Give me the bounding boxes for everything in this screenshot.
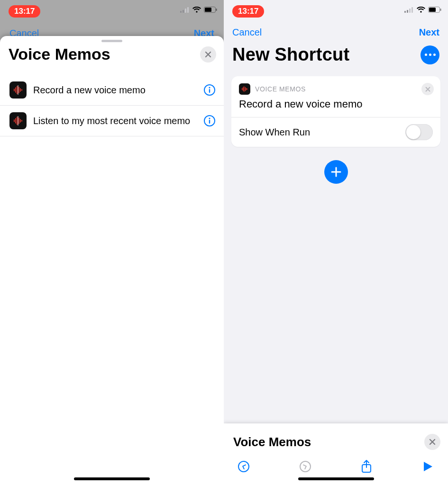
close-icon <box>205 51 211 58</box>
svg-point-25 <box>209 117 210 119</box>
status-icons <box>404 7 441 13</box>
svg-rect-0 <box>180 11 182 13</box>
svg-rect-16 <box>209 89 210 93</box>
page-title: New Shortcut <box>232 45 416 65</box>
list-item-label: Record a new voice memo <box>33 84 196 96</box>
svg-rect-28 <box>407 10 408 13</box>
action-list: Record a new voice memo Listen to my mos… <box>0 75 224 136</box>
info-button[interactable] <box>203 83 216 97</box>
svg-rect-32 <box>429 8 436 12</box>
status-bar: 13:17 <box>224 0 448 23</box>
svg-point-15 <box>209 87 210 88</box>
list-item-label: Listen to my most recent voice memo <box>33 115 196 127</box>
svg-rect-2 <box>185 9 186 13</box>
undo-icon <box>238 460 250 473</box>
occluded-next: Next <box>194 28 214 36</box>
add-action-button[interactable] <box>324 160 348 184</box>
home-indicator[interactable] <box>74 477 150 480</box>
voice-memos-app-icon <box>9 81 27 99</box>
svg-rect-3 <box>187 7 189 13</box>
svg-rect-33 <box>440 9 441 11</box>
cancel-button[interactable]: Cancel <box>232 27 262 38</box>
info-icon <box>203 115 216 127</box>
action-card: VOICE MEMOS Record a new voice memo Show… <box>231 76 440 147</box>
info-icon <box>203 84 216 96</box>
phone-right: 13:17 Cancel Next New Shortcut VOICE MEM… <box>224 0 448 485</box>
close-icon <box>429 439 436 445</box>
toggle-label: Show When Run <box>239 127 405 138</box>
waveform-icon <box>12 84 24 96</box>
cellular-icon <box>404 7 414 13</box>
svg-point-40 <box>238 461 249 472</box>
redo-button[interactable] <box>296 460 315 473</box>
share-button[interactable] <box>357 459 376 474</box>
redo-icon <box>299 460 311 473</box>
occluded-cancel: Cancel <box>9 28 39 36</box>
wifi-icon <box>192 7 201 13</box>
waveform-icon <box>12 115 24 126</box>
wifi-icon <box>417 7 425 13</box>
close-button[interactable] <box>200 46 216 63</box>
waveform-icon <box>241 85 248 93</box>
battery-icon <box>204 7 217 13</box>
remove-action-button[interactable] <box>421 83 434 95</box>
cellular-icon <box>180 7 190 13</box>
bottom-drawer: Voice Memos <box>224 423 448 485</box>
sheet-grabber[interactable] <box>101 40 122 42</box>
voice-memos-app-icon <box>239 83 250 95</box>
occluded-nav: Cancel Next <box>0 23 224 36</box>
plus-icon <box>331 167 341 177</box>
recording-pill[interactable]: 13:17 <box>232 5 264 18</box>
share-icon <box>361 459 372 474</box>
list-item[interactable]: Record a new voice memo <box>0 75 224 106</box>
action-title: Record a new voice memo <box>231 96 440 117</box>
svg-point-41 <box>300 461 311 472</box>
battery-icon <box>428 7 441 13</box>
drawer-close-button[interactable] <box>424 434 440 450</box>
phone-left: 13:17 Cancel Next Voice Memos Record a n… <box>0 0 224 485</box>
info-button[interactable] <box>203 114 216 127</box>
action-picker-sheet: Voice Memos Record a new voice memo List… <box>0 36 224 485</box>
show-when-run-toggle[interactable] <box>405 124 433 140</box>
show-when-run-row: Show When Run <box>231 117 440 147</box>
drawer-title: Voice Memos <box>233 435 424 449</box>
voice-memos-app-icon <box>9 112 27 129</box>
status-bar: 13:17 <box>0 0 224 23</box>
svg-rect-1 <box>183 10 184 13</box>
list-item[interactable]: Listen to my most recent voice memo <box>0 106 224 136</box>
ellipsis-icon <box>425 54 427 56</box>
status-icons <box>180 7 217 13</box>
run-button[interactable] <box>419 461 438 472</box>
undo-button[interactable] <box>234 460 253 473</box>
svg-rect-30 <box>411 7 413 13</box>
svg-rect-6 <box>216 9 217 11</box>
play-icon <box>423 461 433 472</box>
svg-rect-5 <box>205 8 211 12</box>
svg-rect-27 <box>404 11 406 13</box>
next-button[interactable]: Next <box>419 27 439 38</box>
sheet-title: Voice Memos <box>9 45 200 63</box>
close-icon <box>425 87 430 92</box>
svg-rect-26 <box>209 120 210 124</box>
svg-rect-29 <box>409 9 411 13</box>
more-button[interactable] <box>421 45 439 64</box>
editor-toolbar <box>224 455 448 474</box>
recording-pill[interactable]: 13:17 <box>9 5 40 18</box>
card-app-label: VOICE MEMOS <box>255 85 417 93</box>
home-indicator[interactable] <box>298 477 374 480</box>
nav-bar: Cancel Next <box>224 23 448 42</box>
